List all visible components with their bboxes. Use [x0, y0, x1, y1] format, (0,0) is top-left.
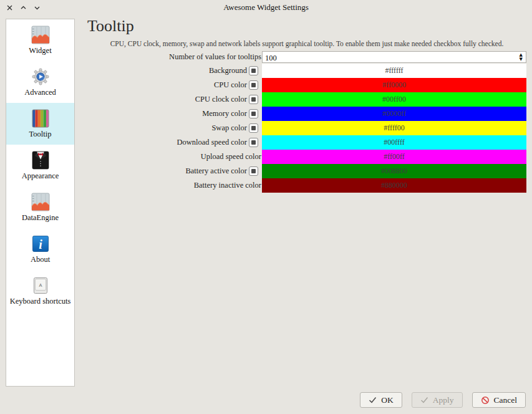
color-bar[interactable]: #ffff00: [262, 121, 526, 135]
partial-checkbox[interactable]: [249, 80, 258, 90]
cancel-button[interactable]: Cancel: [472, 392, 526, 408]
check-icon: [369, 397, 377, 403]
sidebar-item-label: Appearance: [22, 171, 59, 181]
checkbox-mark-icon: [251, 126, 256, 130]
color-bar[interactable]: #ff00ff: [262, 150, 526, 164]
partial-checkbox[interactable]: [249, 123, 258, 133]
sidebar-item-widget[interactable]: Widget: [6, 19, 74, 61]
color-row: CPU clock color #00ff00: [87, 92, 526, 107]
keyboard-key-icon: A: [31, 276, 51, 296]
color-bar[interactable]: #ffffff: [262, 64, 526, 78]
sidebar-item-label: Tooltip: [29, 130, 52, 139]
color-rows: Background #ffffff CPU color #ff0000 CPU…: [87, 64, 526, 193]
partial-checkbox[interactable]: [249, 166, 258, 176]
sidebar-item-label: Advanced: [24, 88, 56, 97]
color-row-label: Swap color: [211, 123, 247, 133]
spinner-arrows-icon[interactable]: ▲▼: [520, 53, 523, 62]
apply-button[interactable]: Apply: [412, 392, 463, 408]
window-title: Awesome Widget Settings: [0, 0, 532, 15]
tooltip-values-row: Number of values for tooltips ▲▼: [87, 51, 526, 63]
sidebar-item-keyboard-shortcuts[interactable]: A Keyboard shortcuts: [6, 270, 74, 312]
color-row: Background #ffffff: [87, 64, 526, 78]
color-row: Memory color #0000ff: [87, 107, 526, 121]
tooltip-values-label: Number of values for tooltips: [169, 52, 261, 62]
partial-checkbox[interactable]: [249, 66, 258, 75]
checkbox-mark-icon: [251, 69, 256, 73]
color-hex-label: #ff0000: [382, 80, 406, 90]
color-hex-label: #ffffff: [385, 66, 404, 75]
partial-checkbox[interactable]: [249, 109, 258, 118]
page-title: Tooltip: [87, 17, 526, 36]
sidebar-item-tooltip[interactable]: Tooltip: [6, 103, 74, 145]
checkbox-mark-icon: [251, 169, 256, 173]
sidebar-item-dataengine[interactable]: DataEngine: [6, 186, 74, 228]
sidebar-item-about[interactable]: i About: [6, 228, 74, 270]
color-row: Battery active color #008800: [87, 164, 526, 178]
svg-text:A: A: [39, 282, 42, 288]
tooltip-settings-panel: Tooltip CPU, CPU clock, memory, swap and…: [87, 17, 526, 193]
color-bar[interactable]: #008800: [262, 164, 526, 178]
color-row: Battery inactive color #880000: [87, 178, 526, 193]
sidebar-item-appearance[interactable]: Appearance: [6, 145, 74, 186]
cancel-button-label: Cancel: [494, 395, 517, 405]
color-row-label: CPU color: [214, 80, 247, 90]
color-bar[interactable]: #0000ff: [262, 107, 526, 121]
color-hex-label: #ffff00: [384, 123, 404, 133]
ok-button-label: OK: [381, 395, 394, 405]
tooltip-values-spinbox: ▲▼: [262, 51, 526, 63]
tuxedo-icon: [31, 150, 51, 170]
sidebar-item-label: DataEngine: [22, 213, 59, 223]
color-bar[interactable]: #00ff00: [262, 92, 526, 107]
tooltip-values-input[interactable]: [263, 53, 516, 64]
sidebar-item-advanced[interactable]: Advanced: [6, 61, 74, 103]
color-hex-label: #ff00ff: [384, 152, 405, 161]
svg-text:i: i: [39, 238, 42, 251]
color-hex-label: #00ffff: [384, 138, 404, 147]
gear-icon: [31, 67, 51, 87]
color-row-label: Upload speed color: [201, 152, 261, 161]
check-icon: [420, 397, 428, 403]
prohibition-icon: [481, 396, 490, 405]
sidebar: Widget Advanced: [6, 19, 75, 387]
titlebar: Awesome Widget Settings: [0, 0, 532, 15]
color-bar[interactable]: #880000: [262, 178, 526, 193]
color-row: Download speed color #00ffff: [87, 135, 526, 150]
dialog-footer: OK Apply Cancel: [360, 392, 526, 408]
color-row-label: Battery active color: [185, 166, 247, 176]
color-row-label: Memory color: [202, 109, 247, 118]
chart-icon: [31, 192, 51, 212]
color-row-label: Download speed color: [177, 138, 247, 147]
sidebar-item-label: About: [31, 255, 50, 264]
color-row-label: Battery inactive color: [194, 181, 261, 190]
chart-icon: [31, 25, 51, 45]
color-row-label: Background: [209, 66, 247, 75]
info-icon: i: [31, 234, 51, 254]
sidebar-item-label: Keyboard shortcuts: [10, 297, 71, 306]
color-bar[interactable]: #ff0000: [262, 78, 526, 92]
color-row: CPU color #ff0000: [87, 78, 526, 92]
checkbox-mark-icon: [251, 112, 256, 116]
stripes-icon: [31, 108, 51, 128]
page-description: CPU, CPU clock, memory, swap and network…: [95, 40, 519, 49]
apply-button-label: Apply: [433, 395, 454, 405]
checkbox-mark-icon: [251, 97, 256, 102]
color-hex-label: #0000ff: [382, 109, 406, 118]
color-bar[interactable]: #00ffff: [262, 135, 526, 150]
partial-checkbox[interactable]: [249, 138, 258, 147]
color-row-label: CPU clock color: [195, 95, 247, 104]
color-hex-label: #008800: [381, 166, 407, 176]
sidebar-item-label: Widget: [29, 46, 51, 55]
color-row: Swap color #ffff00: [87, 121, 526, 135]
color-hex-label: #880000: [381, 181, 407, 190]
color-hex-label: #00ff00: [382, 95, 406, 104]
partial-checkbox[interactable]: [249, 95, 258, 104]
ok-button[interactable]: OK: [360, 392, 402, 408]
color-row: Upload speed color #ff00ff: [87, 150, 526, 164]
checkbox-mark-icon: [251, 140, 256, 145]
checkbox-mark-icon: [251, 83, 256, 87]
